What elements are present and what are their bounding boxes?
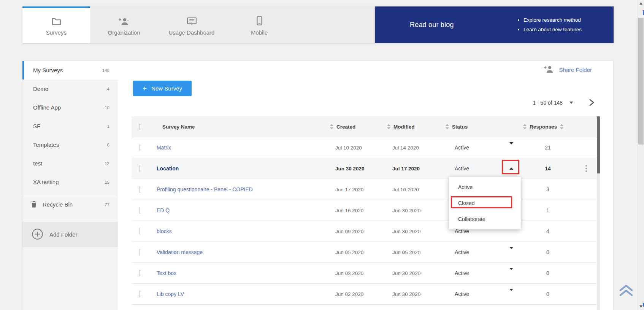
banner-bullet: Learn about new features xyxy=(523,25,582,34)
row-checkbox[interactable] xyxy=(140,249,140,256)
survey-name-link[interactable]: Validation message xyxy=(157,249,330,255)
row-checkbox[interactable] xyxy=(140,186,140,193)
double-chevron-up-icon xyxy=(618,284,634,297)
blog-promo-banner[interactable]: Read our blog Explore research methodLea… xyxy=(375,6,614,43)
add-folder-label: Add Folder xyxy=(49,231,77,238)
modified-date: Jun 30 2020 xyxy=(387,229,446,234)
survey-name-link[interactable]: Location xyxy=(157,165,330,172)
pagination-range-label[interactable]: 1 - 50 of 148 xyxy=(533,100,563,106)
created-date: Jul 10 2020 xyxy=(330,145,387,151)
folder-count: 15 xyxy=(105,180,109,184)
table-scrollbar-track[interactable] xyxy=(597,116,600,310)
folder-label: SF xyxy=(33,123,40,129)
row-checkbox[interactable] xyxy=(140,144,140,151)
folder-label: Offline App xyxy=(33,104,61,111)
sidebar-folder-item[interactable]: Demo 4 xyxy=(22,79,118,98)
recycle-bin-label: Recycle Bin xyxy=(43,201,73,208)
survey-name-link[interactable]: Profiling questionnaire - Panel - COPIED xyxy=(157,186,330,192)
survey-name-link[interactable]: Lib copy LV xyxy=(157,291,330,297)
table-scrollbar-thumb[interactable] xyxy=(597,116,600,173)
select-all-checkbox[interactable] xyxy=(140,124,140,130)
status-cell: Active xyxy=(446,270,523,276)
scroll-to-top-button[interactable] xyxy=(618,284,634,298)
survey-name-link[interactable]: ED Q xyxy=(157,207,330,213)
trash-icon xyxy=(31,200,37,209)
page-scrollbar[interactable] xyxy=(638,0,644,310)
sidebar-item-recycle-bin[interactable]: Recycle Bin 77 xyxy=(22,195,118,214)
responses-count: 0 xyxy=(523,291,573,297)
status-dropdown-option[interactable]: Collaborate xyxy=(449,211,521,227)
sidebar-folder-item[interactable]: SF 1 xyxy=(22,117,118,135)
pagination: 1 - 50 of 148 xyxy=(533,99,595,106)
created-date: Jun 16 2020 xyxy=(330,208,387,213)
row-checkbox[interactable] xyxy=(140,291,140,297)
page-scrollbar-thumb[interactable] xyxy=(638,18,644,145)
status-dropdown-toggle[interactable] xyxy=(509,249,513,255)
survey-name-link[interactable]: blocks xyxy=(157,228,330,234)
status-dropdown-toggle[interactable] xyxy=(509,270,513,276)
caret-down-icon xyxy=(509,247,513,255)
created-date: Jun 17 2020 xyxy=(330,187,387,192)
tab-label: Mobile xyxy=(251,29,268,36)
banner-bullet: Explore research method xyxy=(523,15,582,25)
status-dropdown-toggle[interactable] xyxy=(509,291,513,297)
surveys-table: Survey Name Created Modified Status Resp… xyxy=(132,116,600,305)
header-responses[interactable]: Responses xyxy=(523,124,573,130)
top-tab-bar: Surveys Organization Usage Dashboard Mob… xyxy=(22,6,375,43)
table-row: Location Jun 30 2020 Jul 17 2020 Active … xyxy=(132,158,600,179)
row-actions-kebab-icon[interactable] xyxy=(584,164,588,173)
status-dropdown-toggle[interactable] xyxy=(509,145,513,151)
caret-down-icon xyxy=(509,268,513,276)
status-value: Active xyxy=(455,270,469,276)
responses-count: 0 xyxy=(523,270,573,276)
sort-icon xyxy=(387,124,390,129)
status-dropdown-option[interactable]: Active xyxy=(449,179,521,195)
header-status[interactable]: Status xyxy=(446,124,523,130)
scrollbar-up-arrow-icon[interactable] xyxy=(639,2,642,5)
share-folder-link[interactable]: Share Folder xyxy=(544,65,592,74)
next-page-button[interactable] xyxy=(588,99,595,106)
folder-count: 6 xyxy=(107,143,109,147)
row-checkbox[interactable] xyxy=(140,165,140,172)
table-row: Profiling questionnaire - Panel - COPIED… xyxy=(132,179,600,200)
sidebar-folder-item[interactable]: test 12 xyxy=(22,154,118,173)
sort-icon xyxy=(446,124,449,129)
sidebar-folder-item[interactable]: My Surveys 148 xyxy=(22,61,118,79)
folder-label: test xyxy=(33,160,42,167)
tab-surveys[interactable]: Surveys xyxy=(22,6,90,43)
header-label: Responses xyxy=(530,124,557,130)
tab-usage-dashboard[interactable]: Usage Dashboard xyxy=(158,6,225,43)
folder-list: My Surveys 148 Demo 4 Offline App 10 SF … xyxy=(22,61,118,191)
survey-name-link[interactable]: Text box xyxy=(157,270,330,276)
header-modified[interactable]: Modified xyxy=(387,124,446,130)
survey-name-link[interactable]: Matrix xyxy=(157,145,330,151)
header-created[interactable]: Created xyxy=(330,124,387,130)
new-survey-button[interactable]: + New Survey xyxy=(133,81,192,96)
table-row: Text box Jun 03 2020 Jun 30 2020 Active … xyxy=(132,263,600,284)
modified-date: Jul 17 2020 xyxy=(387,166,446,172)
folder-icon xyxy=(52,16,61,25)
sidebar-folder-item[interactable]: Templates 6 xyxy=(22,135,118,154)
tab-organization[interactable]: Organization xyxy=(90,6,158,43)
status-value: Active xyxy=(455,291,469,297)
sidebar-folder-item[interactable]: Offline App 10 xyxy=(22,98,118,117)
tab-mobile[interactable]: Mobile xyxy=(225,6,293,43)
scrollbar-down-arrow-icon[interactable] xyxy=(639,305,642,308)
annotation-box-closed-option xyxy=(451,196,512,208)
add-folder-button[interactable]: Add Folder xyxy=(22,222,118,247)
responses-count: 4 xyxy=(523,228,573,234)
folder-count: 10 xyxy=(105,105,109,110)
row-checkbox[interactable] xyxy=(140,228,140,235)
status-value: Active xyxy=(455,165,469,172)
sidebar-folder-item[interactable]: XA testing 15 xyxy=(22,173,118,191)
header-survey-name[interactable]: Survey Name xyxy=(157,124,330,130)
surveys-panel: My Surveys 148 Demo 4 Offline App 10 SF … xyxy=(22,61,613,310)
folder-count: 4 xyxy=(107,87,109,91)
row-checkbox[interactable] xyxy=(140,270,140,277)
created-date: Jun 05 2020 xyxy=(330,250,387,255)
header-label: Modified xyxy=(393,124,415,130)
row-checkbox[interactable] xyxy=(140,207,140,214)
pagination-caret-down-icon[interactable] xyxy=(569,102,573,104)
tab-label: Usage Dashboard xyxy=(169,29,215,36)
status-cell: Active xyxy=(446,249,523,255)
